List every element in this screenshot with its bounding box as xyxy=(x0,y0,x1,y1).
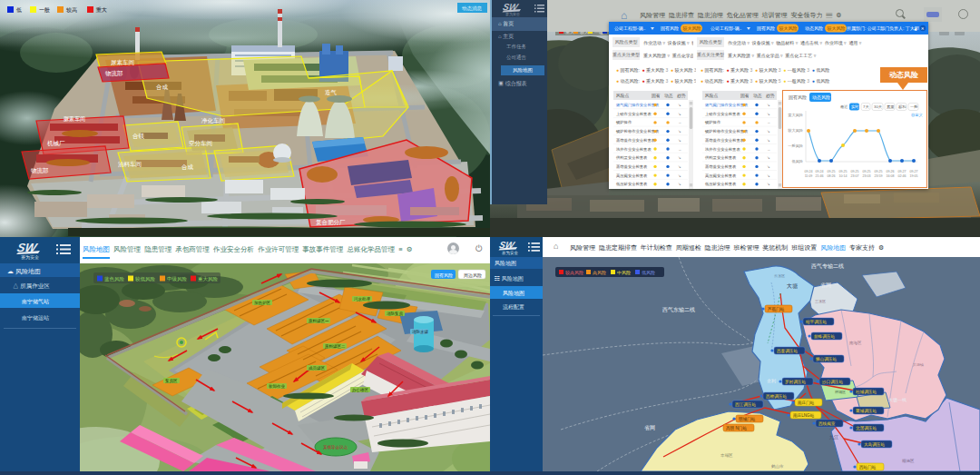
svg-text:物流部: 物流部 xyxy=(31,167,49,174)
svg-text:实时: 实时 xyxy=(851,104,859,109)
svg-text:固有: 固有 xyxy=(652,94,661,98)
svg-text:锅炉检修作业安全检查表: 锅炉检修作业安全检查表 xyxy=(704,129,749,134)
svg-text:锅炉操作: 锅炉操作 xyxy=(704,120,721,124)
svg-text:风险点: 风险点 xyxy=(616,93,630,98)
svg-text:重大: 重大 xyxy=(95,6,107,13)
svg-text:洗井作业安全检查表: 洗井作业安全检查表 xyxy=(616,147,652,152)
svg-text:机械厂: 机械厂 xyxy=(47,140,65,146)
svg-text:九江: 九江 xyxy=(829,434,838,440)
svg-text:办公楼区: 办公楼区 xyxy=(352,387,369,392)
svg-text:固有风险: 固有风险 xyxy=(789,94,807,101)
svg-text:西泰调压站: 西泰调压站 xyxy=(777,348,798,354)
svg-text:21:46: 21:46 xyxy=(816,174,824,178)
svg-text:复合肥分厂: 复合肥分厂 xyxy=(316,219,346,226)
svg-text:中级风险: 中级风险 xyxy=(167,276,188,282)
svg-text:原料罐区一: 原料罐区一 xyxy=(309,318,329,323)
svg-text:污水处理: 污水处理 xyxy=(354,296,371,302)
svg-text:某领导会议点: 某领导会议点 xyxy=(323,445,348,450)
svg-text:蒸馏釜作业安全检查表: 蒸馏釜作业安全检查表 xyxy=(616,138,656,143)
svg-text:↘: ↘ xyxy=(678,138,681,143)
svg-text:大塘: 大塘 xyxy=(787,282,798,290)
svg-text:明城门站: 明城门站 xyxy=(739,417,756,421)
svg-text:燃气阀门操作安全检查表: 燃气阀门操作安全检查表 xyxy=(616,103,660,108)
svg-text:低压罐安全检查表: 低压罐安全检查表 xyxy=(704,182,737,186)
svg-text:空分车间: 空分车间 xyxy=(189,140,212,147)
svg-text:固有风险: 固有风险 xyxy=(661,25,679,32)
svg-text:中风险: 中风险 xyxy=(617,270,631,275)
svg-text:↘: ↘ xyxy=(678,103,681,107)
svg-text:→: → xyxy=(678,147,681,152)
svg-text:前锋调压站: 前锋调压站 xyxy=(814,333,835,340)
svg-text:蒸馏釜安全检查表: 蒸馏釜安全检查表 xyxy=(705,164,737,169)
svg-text:幸福区: 幸福区 xyxy=(720,452,733,458)
svg-text:净化车间: 净化车间 xyxy=(201,117,225,124)
svg-text:23:03: 23:03 xyxy=(863,174,871,178)
svg-text:大塘一线: 大塘一线 xyxy=(888,397,906,402)
svg-text:成品罐区: 成品罐区 xyxy=(309,365,326,371)
svg-text:所属部门: 公司工...: 所属部门: 公司工... xyxy=(847,25,885,32)
svg-text:北滘调压站: 北滘调压站 xyxy=(856,425,877,431)
svg-text:蒸馏釜安全检查表: 蒸馏釜安全检查表 xyxy=(616,164,648,169)
svg-text:合成: 合成 xyxy=(181,163,194,171)
svg-text:→: → xyxy=(767,147,770,152)
svg-text:消防水罐: 消防水罐 xyxy=(412,329,429,334)
svg-text:↘: ↘ xyxy=(767,129,770,134)
svg-text:较大风险: 较大风险 xyxy=(779,25,798,31)
svg-text:↘: ↘ xyxy=(767,112,770,116)
svg-text:装卸作业: 装卸作业 xyxy=(269,384,286,389)
svg-text:较大风险: 较大风险 xyxy=(788,128,804,133)
svg-text:金利: 金利 xyxy=(767,378,776,384)
svg-text:23:07: 23:07 xyxy=(851,174,859,178)
svg-text:09-25: 09-25 xyxy=(850,170,858,173)
svg-text:11:09: 11:09 xyxy=(805,174,813,178)
svg-text:一般风险: 一般风险 xyxy=(788,143,804,148)
svg-text:低风险: 低风险 xyxy=(642,270,655,275)
svg-text:高风险: 高风险 xyxy=(593,270,606,275)
svg-text:固有风险: 固有风险 xyxy=(757,25,775,32)
svg-text:蓝色风险: 蓝色风险 xyxy=(104,276,125,282)
svg-text:低风险: 低风险 xyxy=(791,159,803,163)
svg-text:↘: ↘ xyxy=(678,182,681,186)
svg-text:泵房区: 泵房区 xyxy=(165,378,178,383)
svg-text:一般: 一般 xyxy=(910,104,918,109)
svg-text:脲素车间: 脲素车间 xyxy=(64,115,85,123)
svg-text:合镁: 合镁 xyxy=(132,133,145,140)
svg-text:09-27: 09-27 xyxy=(897,170,906,173)
svg-text:重大风险: 重大风险 xyxy=(198,276,219,282)
svg-text:大岛调压站: 大岛调压站 xyxy=(864,441,885,448)
svg-text:低: 低 xyxy=(16,7,22,13)
svg-text:绍平调压站: 绍平调压站 xyxy=(805,319,827,325)
svg-text:公司工程部-辆..: 公司工程部-辆.. xyxy=(614,25,645,32)
svg-text:南海区: 南海区 xyxy=(849,340,862,345)
svg-text:30天: 30天 xyxy=(874,104,883,109)
svg-text:较高: 较高 xyxy=(66,6,77,13)
svg-text:↘: ↘ xyxy=(767,173,770,178)
svg-text:聚城调压站: 聚城调压站 xyxy=(856,408,877,414)
svg-text:较大风险: 较大风险 xyxy=(683,25,701,31)
svg-text:↘: ↘ xyxy=(678,164,681,169)
svg-text:↘: ↘ xyxy=(767,155,770,160)
svg-text:沙口调压站: 沙口调压站 xyxy=(821,379,843,385)
svg-text:南庄LNG站: 南庄LNG站 xyxy=(793,413,815,418)
svg-text:省网: 省网 xyxy=(820,282,831,289)
svg-text:造气: 造气 xyxy=(325,89,338,95)
svg-text:→: → xyxy=(767,120,770,124)
svg-text:锅炉检修作业安全检查表: 锅炉检修作业安全检查表 xyxy=(615,129,660,134)
svg-text:物流部: 物流部 xyxy=(105,70,123,77)
svg-text:供料泵安全检查表: 供料泵安全检查表 xyxy=(705,155,737,160)
svg-text:累重: 累重 xyxy=(887,104,895,109)
svg-text:↘: ↘ xyxy=(767,182,770,186)
svg-text:油料车间: 油料车间 xyxy=(118,161,142,168)
svg-text:↘: ↘ xyxy=(678,155,681,160)
svg-text:大沥镇: 大沥镇 xyxy=(913,362,924,367)
svg-text:↘: ↘ xyxy=(767,138,770,143)
svg-text:重大风险: 重大风险 xyxy=(788,113,804,117)
svg-text:较大风险: 较大风险 xyxy=(828,25,846,31)
svg-text:西江调压站: 西江调压站 xyxy=(735,401,756,408)
svg-text:09-26: 09-26 xyxy=(886,170,894,173)
svg-text:消防泵房: 消防泵房 xyxy=(387,311,404,316)
svg-text:狮山调压站: 狮山调压站 xyxy=(816,356,837,362)
svg-text:固有风险: 固有风险 xyxy=(435,272,453,279)
svg-text:禅城区: 禅城区 xyxy=(835,390,846,394)
svg-text:罗村调压站: 罗村调压站 xyxy=(785,379,806,385)
